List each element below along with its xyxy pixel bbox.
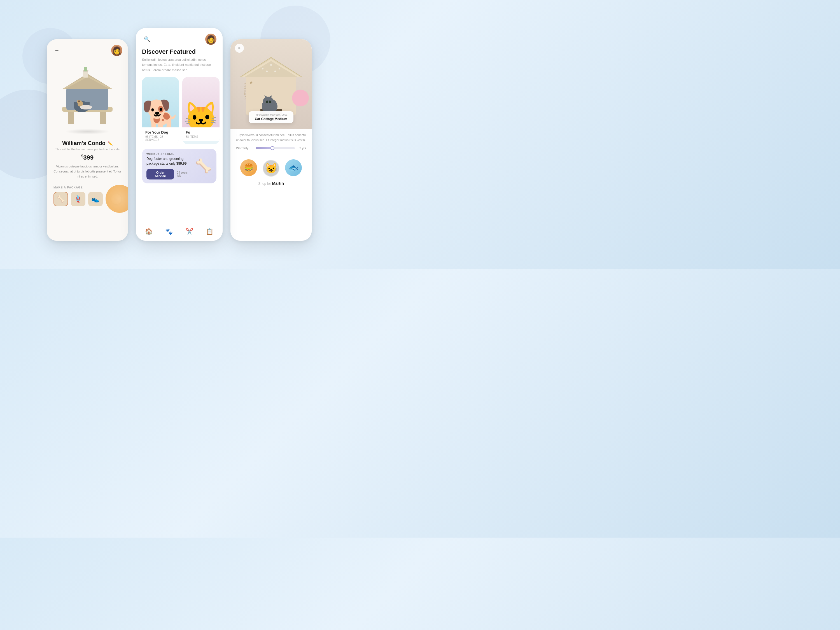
back-button[interactable]: ←	[52, 46, 61, 55]
center-phone: 🔍 Discover Featured Sollicitudin lectus …	[136, 28, 223, 241]
warranty-progress-bar[interactable]	[256, 147, 295, 149]
paw-icon: 🐾	[165, 228, 173, 235]
cat-items-count: 88 ITEMS	[186, 135, 198, 138]
cat-shop-photo: 😺	[263, 160, 279, 177]
cat-shop-icon: 😺	[265, 163, 278, 174]
right-phone-image-area: LYWOLLY ★	[231, 39, 312, 129]
avatar-face	[111, 45, 122, 56]
featured-cards-row: 🐕 For Your Dog 95 ITEMS · 28 SERVICES 🐱	[136, 77, 223, 149]
svg-point-22	[279, 68, 280, 69]
svg-rect-0	[68, 110, 74, 124]
svg-marker-19	[240, 57, 302, 77]
product-info: William's Condo ✏️ This will be the hous…	[47, 137, 128, 183]
dog-card-image: 🐕	[142, 77, 179, 127]
cat-card-image: 🐱	[182, 77, 219, 127]
warranty-fill	[256, 147, 271, 149]
page-title: Discover Featured	[136, 48, 223, 57]
page-subtitle: Sollicitudin lectus cras arcu sollicitud…	[136, 57, 223, 77]
nav-home[interactable]: 🏠	[145, 228, 153, 235]
weekly-special-text: WEEKLY SPECIAL Dog foster and groomingpa…	[147, 153, 192, 180]
shop-icons-row: 🍔 😺 🐟	[240, 159, 302, 177]
svg-point-9	[77, 99, 81, 104]
svg-point-23	[266, 71, 268, 72]
avatar-face-center	[205, 33, 216, 45]
warranty-value: 2 yrs	[298, 147, 306, 150]
product-description: Vivamus quisque faucibus tempor vestibul…	[54, 164, 121, 179]
right-phone-content: LYWOLLY ★	[231, 39, 312, 241]
svg-rect-1	[100, 110, 106, 124]
dog-items-count: 95 ITEMS	[145, 135, 158, 138]
cat-card-title: Fo	[186, 130, 216, 134]
svg-point-11	[79, 101, 80, 102]
package-item-1[interactable]: 🦴	[54, 192, 68, 206]
home-icon: 🏠	[145, 228, 153, 235]
purchase-badge: Purchased in May 06th, 2021 Cat Cottage …	[249, 111, 294, 123]
svg-point-30	[263, 96, 274, 108]
back-icon: ←	[54, 47, 59, 54]
package-item-2[interactable]: 🪢	[71, 192, 85, 206]
clipboard-icon: 📋	[206, 228, 213, 235]
edit-icon[interactable]: ✏️	[108, 141, 112, 145]
weekly-special-label: WEEKLY SPECIAL	[147, 153, 192, 155]
shop-section: 🍔 😺 🐟 Shop for	[231, 159, 312, 191]
svg-point-10	[78, 101, 79, 102]
shop-icon-fish[interactable]: 🐟	[285, 159, 302, 177]
order-service-button[interactable]: Order Service	[147, 169, 174, 180]
svg-rect-15	[84, 67, 87, 71]
weekly-special-icon: 🦴	[195, 158, 212, 174]
weekly-special-banner: WEEKLY SPECIAL Dog foster and groomingpa…	[142, 149, 216, 183]
dog-card-title: For Your Dog	[145, 130, 175, 134]
bottom-navigation: 🏠 🐾 ✂️ 📋	[136, 224, 223, 241]
fish-icon: 🐟	[289, 163, 298, 172]
feature-card-dog[interactable]: 🐕 For Your Dog 95 ITEMS · 28 SERVICES	[142, 77, 179, 144]
svg-point-21	[270, 64, 272, 66]
svg-point-20	[262, 68, 264, 69]
search-icon: 🔍	[144, 36, 150, 42]
warranty-label: Warranty	[236, 147, 253, 150]
nav-records[interactable]: 📋	[206, 228, 213, 235]
feature-card-cat[interactable]: 🐱 Fo 88 ITEMS	[182, 77, 219, 144]
warranty-thumb	[270, 146, 275, 150]
nav-grooming[interactable]: ✂️	[186, 228, 193, 235]
user-avatar-center[interactable]	[205, 33, 216, 45]
currency-symbol: $	[81, 154, 84, 158]
dog-emoji: 🐕	[142, 101, 179, 127]
shop-icon-cat[interactable]: 😺	[263, 160, 279, 177]
package-item-icon-1: 🦴	[57, 195, 65, 203]
pink-decoration	[292, 90, 309, 106]
left-phone: ←	[47, 39, 128, 241]
svg-text:LYWOLLY: LYWOLLY	[243, 82, 246, 99]
package-item-icon-2: 🪢	[74, 195, 82, 203]
shop-icon-layers[interactable]: 🍔	[240, 159, 257, 177]
close-icon: ×	[238, 46, 240, 51]
weekly-special-description: Dog foster and groomingpackage starts on…	[147, 156, 192, 166]
package-item-3[interactable]: 👟	[88, 192, 103, 206]
package-item-icon-3: 👟	[91, 195, 99, 203]
svg-point-12	[80, 105, 92, 109]
phones-container: ←	[47, 28, 312, 241]
svg-point-24	[275, 71, 276, 72]
search-button[interactable]: 🔍	[142, 34, 152, 44]
user-avatar[interactable]	[111, 45, 122, 56]
product-subtitle: This will be the house name printed on t…	[54, 148, 121, 151]
cat-card-meta: 88 ITEMS	[186, 135, 216, 138]
purchase-product-name: Cat Cottage Medium	[253, 117, 289, 121]
svg-text:★: ★	[249, 80, 253, 85]
cat-emoji: 🐱	[183, 102, 218, 127]
close-button[interactable]: ×	[235, 44, 244, 53]
price-amount: 399	[84, 154, 94, 161]
product-price: $399	[54, 154, 121, 161]
purchase-date: Purchased in May 06th, 2021	[253, 114, 289, 116]
food-icon: 🍔	[244, 163, 254, 172]
product-name: William's Condo	[62, 140, 106, 147]
center-phone-header: 🔍	[136, 28, 223, 48]
shop-icon-food: 🍔	[240, 159, 257, 176]
seats-remaining: 24 seats left	[177, 171, 192, 177]
shop-for-row: Shop for Martin	[258, 181, 284, 186]
svg-point-34	[269, 101, 271, 103]
shop-for-pet-name: Martin	[272, 181, 284, 186]
product-shadow	[65, 129, 110, 134]
weekly-special-actions: Order Service 24 seats left	[147, 169, 192, 180]
nav-pets[interactable]: 🐾	[165, 228, 173, 235]
shop-icon-fish-circle: 🐟	[285, 159, 302, 176]
